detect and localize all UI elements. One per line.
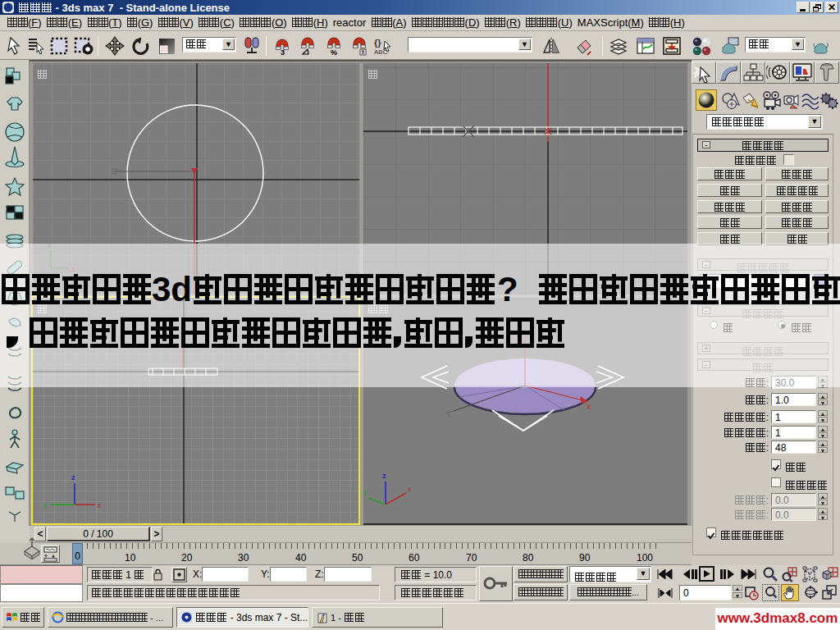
svg-text:%: % — [331, 48, 337, 56]
svg-text:3: 3 — [281, 48, 285, 56]
svg-text:x: x — [98, 501, 102, 509]
svg-text:x: x — [587, 402, 591, 411]
svg-text:x: x — [408, 485, 412, 493]
svg-text:y: y — [43, 501, 47, 509]
svg-text:ABC: ABC — [374, 48, 388, 56]
svg-text:{}: {} — [374, 38, 381, 48]
svg-text:z: z — [382, 472, 386, 480]
svg-text:z: z — [71, 473, 75, 482]
svg-text:y: y — [363, 488, 368, 496]
